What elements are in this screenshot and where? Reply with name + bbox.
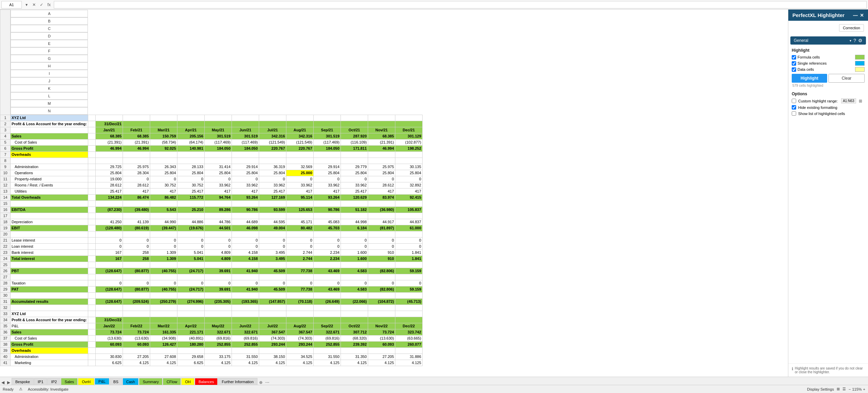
cell-f[interactable]: 0 <box>177 243 204 249</box>
cell-e[interactable]: 150.759 <box>150 133 177 139</box>
cell-k[interactable]: 45.703 <box>313 225 341 231</box>
cell-m[interactable] <box>368 317 395 323</box>
col-header-h[interactable]: H <box>11 62 88 70</box>
cell-m[interactable]: (21.391) <box>368 139 395 145</box>
cell-g[interactable] <box>204 200 232 207</box>
cell-b[interactable] <box>88 219 95 225</box>
table-row[interactable]: 21Lease interest000000000000 <box>0 237 423 243</box>
cell-d[interactable] <box>123 262 150 268</box>
cell-i[interactable]: 3.495 <box>259 256 286 262</box>
cell-b[interactable] <box>88 262 95 268</box>
cell-n[interactable] <box>395 151 422 158</box>
cell-l[interactable]: 44.998 <box>341 219 368 225</box>
cell-a[interactable]: EBITDA <box>11 207 88 213</box>
cell-f[interactable]: (24.717) <box>177 286 204 292</box>
help-icon[interactable]: ? <box>853 38 856 43</box>
cell-a[interactable]: Overheads <box>11 347 88 354</box>
cell-e[interactable]: 417 <box>150 188 177 194</box>
cell-g[interactable]: (69.816) <box>204 335 232 341</box>
table-row[interactable]: 14Total Overheads134.22486.47486.482115.… <box>0 194 423 200</box>
cell-n[interactable]: (45.713) <box>395 298 422 305</box>
cell-d[interactable]: Feb/21 <box>123 127 150 133</box>
cell-b[interactable] <box>88 151 95 158</box>
cell-l[interactable] <box>341 347 368 354</box>
cell-c[interactable] <box>95 213 123 219</box>
cell-f[interactable]: 115.772 <box>177 194 204 200</box>
cell-m[interactable]: 25.975 <box>368 164 395 170</box>
cell-l[interactable] <box>341 305 368 311</box>
cell-l[interactable] <box>341 158 368 164</box>
cell-m[interactable]: 60.093 <box>368 341 395 347</box>
cell-d[interactable]: 0 <box>123 280 150 286</box>
cell-e[interactable] <box>150 151 177 158</box>
cell-e[interactable] <box>150 115 177 121</box>
cell-n[interactable]: 30.135 <box>395 164 422 170</box>
table-row[interactable]: 20 <box>0 231 423 237</box>
cell-m[interactable]: 0 <box>368 237 395 243</box>
tab-prev-icon[interactable]: ◀ <box>0 380 6 385</box>
tab-pl[interactable]: P&L <box>95 378 109 385</box>
cell-j[interactable]: 2.744 <box>286 249 313 256</box>
cell-i[interactable]: 0 <box>259 176 286 182</box>
cell-g[interactable] <box>204 231 232 237</box>
cell-g[interactable] <box>204 262 232 268</box>
cell-g[interactable] <box>204 115 232 121</box>
cell-h[interactable]: 29.914 <box>232 164 259 170</box>
cell-l[interactable]: Oct/21 <box>341 127 368 133</box>
cell-l[interactable] <box>341 262 368 268</box>
cell-f[interactable] <box>177 158 204 164</box>
cell-j[interactable] <box>286 200 313 207</box>
cell-j[interactable]: 45.171 <box>286 219 313 225</box>
cell-n[interactable]: 61.000 <box>395 225 422 231</box>
cell-d[interactable]: 68.385 <box>123 133 150 139</box>
cell-f[interactable]: 6.625 <box>177 360 204 366</box>
cell-n[interactable]: 25.804 <box>395 170 422 176</box>
cell-i[interactable]: 45.509 <box>259 268 286 274</box>
tab-sales[interactable]: Sales <box>61 378 78 385</box>
cell-n[interactable]: Dec/22 <box>395 323 422 329</box>
cell-i[interactable] <box>259 200 286 207</box>
cell-l[interactable] <box>341 200 368 207</box>
cell-f[interactable]: 205.156 <box>177 133 204 139</box>
cell-c[interactable]: 0 <box>95 243 123 249</box>
cell-g[interactable]: 33.962 <box>204 182 232 188</box>
cell-c[interactable]: 68.385 <box>95 133 123 139</box>
expand-icon[interactable]: ▾ <box>23 1 30 8</box>
cell-h[interactable]: 4.158 <box>232 256 259 262</box>
cell-j[interactable] <box>286 305 313 311</box>
cell-n[interactable]: 0 <box>395 237 422 243</box>
cell-d[interactable] <box>123 213 150 219</box>
table-row[interactable]: 30 <box>0 292 423 298</box>
table-row[interactable]: 40Administration30.83027.20527.60829.658… <box>0 354 423 360</box>
cell-f[interactable]: (19.676) <box>177 225 204 231</box>
single-references-label[interactable]: Single references <box>792 61 853 66</box>
cell-m[interactable]: 0 <box>368 280 395 286</box>
cell-c[interactable]: 167 <box>95 256 123 262</box>
cell-a[interactable]: Taxation <box>11 280 88 286</box>
table-row[interactable]: 32 <box>0 305 423 311</box>
cell-n[interactable]: 0 <box>395 280 422 286</box>
cell-l[interactable]: 33.962 <box>341 182 368 188</box>
cell-b[interactable] <box>88 170 95 176</box>
cell-e[interactable]: 1.309 <box>150 256 177 262</box>
cell-b[interactable] <box>88 115 95 121</box>
col-header-j[interactable]: J <box>11 77 88 85</box>
cell-n[interactable] <box>395 347 422 354</box>
cell-n[interactable]: Dec/21 <box>395 127 422 133</box>
cell-c[interactable]: (128.647) <box>95 286 123 292</box>
cell-d[interactable] <box>123 115 150 121</box>
cell-n[interactable]: 0 <box>395 243 422 249</box>
cell-n[interactable]: 198.252 <box>395 145 422 151</box>
cell-j[interactable]: 77.738 <box>286 286 313 292</box>
cell-k[interactable]: 0 <box>313 280 341 286</box>
cell-l[interactable] <box>341 115 368 121</box>
cell-h[interactable]: 31.550 <box>232 354 259 360</box>
cell-j[interactable]: (70.118) <box>286 298 313 305</box>
cell-k[interactable]: 29.914 <box>313 164 341 170</box>
cell-c[interactable] <box>95 151 123 158</box>
cell-i[interactable]: (74.303) <box>259 335 286 341</box>
cell-f[interactable] <box>177 151 204 158</box>
cell-m[interactable]: 44.917 <box>368 219 395 225</box>
cell-i[interactable] <box>259 347 286 354</box>
cell-b[interactable] <box>88 280 95 286</box>
